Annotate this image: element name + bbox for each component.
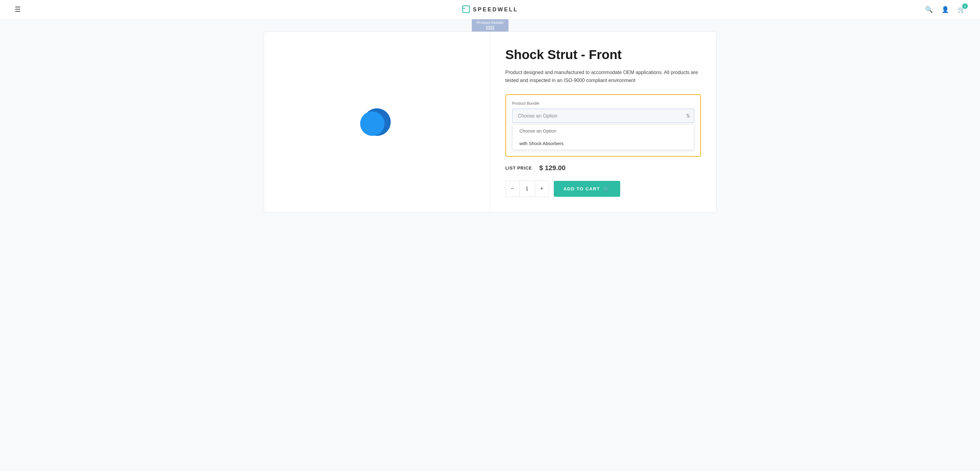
add-to-cart-label: ADD TO CART bbox=[563, 186, 600, 191]
image-circle-front bbox=[360, 111, 385, 136]
dropdown-options: Choose an Option with Shock Absorbers bbox=[512, 124, 694, 150]
header-right: 🔍 👤 🛒 1 bbox=[925, 6, 965, 13]
bundle-select[interactable]: Choose an Option with Shock Absorbers bbox=[512, 109, 694, 123]
price-row: LIST PRICE $ 129.00 bbox=[506, 164, 701, 172]
hamburger-menu-icon[interactable]: ☰ bbox=[15, 5, 21, 13]
tooltip-dots bbox=[486, 26, 494, 30]
product-title: Shock Strut - Front bbox=[506, 47, 701, 62]
quantity-control: − 1 + bbox=[506, 181, 549, 197]
main-content: Product Details Shock Strut - Front Pr bbox=[0, 19, 980, 225]
quantity-increase-button[interactable]: + bbox=[535, 181, 549, 197]
product-card: Product Details Shock Strut - Front Pr bbox=[264, 32, 717, 213]
quantity-value: 1 bbox=[519, 181, 535, 197]
product-info-panel: Shock Strut - Front Product designed and… bbox=[490, 32, 716, 212]
svg-rect-0 bbox=[462, 6, 469, 13]
bundle-select-wrapper: Choose an Option with Shock Absorbers ⇅ bbox=[512, 109, 694, 123]
bundle-label: Product Bundle bbox=[512, 101, 694, 106]
product-image bbox=[359, 104, 395, 140]
dropdown-option-default[interactable]: Choose an Option bbox=[512, 124, 694, 137]
logo-icon bbox=[462, 5, 470, 14]
product-description: Product designed and manufactured to acc… bbox=[506, 68, 701, 84]
product-details-tooltip: Product Details bbox=[471, 18, 508, 32]
price-label: LIST PRICE bbox=[506, 165, 532, 170]
cart-controls: − 1 + ADD TO CART 🛒 bbox=[506, 181, 701, 197]
header-left: ☰ bbox=[15, 5, 21, 13]
account-icon[interactable]: 👤 bbox=[942, 6, 949, 13]
price-value: $ 129.00 bbox=[539, 164, 566, 172]
logo[interactable]: SPEEDWELL bbox=[462, 5, 518, 14]
search-icon[interactable]: 🔍 bbox=[925, 6, 933, 13]
bundle-section: Product Bundle Choose an Option with Sho… bbox=[506, 94, 701, 157]
add-to-cart-icon: 🛒 bbox=[603, 185, 610, 192]
dropdown-option-shock[interactable]: with Shock Absorbers bbox=[512, 137, 694, 150]
site-header: ☰ SPEEDWELL 🔍 👤 🛒 1 bbox=[0, 0, 980, 19]
quantity-decrease-button[interactable]: − bbox=[506, 181, 519, 197]
cart-badge: 1 bbox=[962, 3, 968, 9]
product-image-panel bbox=[264, 32, 490, 212]
add-to-cart-button[interactable]: ADD TO CART 🛒 bbox=[554, 181, 620, 197]
cart-icon[interactable]: 🛒 1 bbox=[958, 6, 965, 13]
logo-text: SPEEDWELL bbox=[473, 6, 518, 13]
